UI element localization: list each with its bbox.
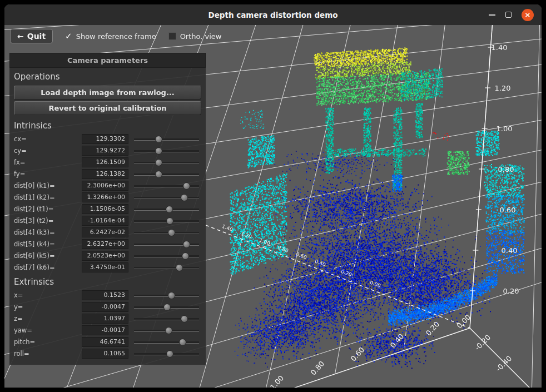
param-slider[interactable]: [134, 205, 201, 213]
param-value-field[interactable]: -0.0017: [82, 325, 128, 335]
param-value-field[interactable]: 2.0523e+00: [82, 251, 128, 261]
param-row: cy=129.9272: [9, 145, 206, 156]
slider-track[interactable]: [134, 162, 199, 164]
maximize-icon[interactable]: [505, 12, 512, 18]
param-label: dist[7] (k6)=: [14, 264, 82, 271]
slider-track[interactable]: [134, 197, 199, 199]
param-value-field[interactable]: 129.9272: [82, 146, 128, 156]
param-value-field[interactable]: 3.4750e-01: [82, 262, 128, 272]
param-row: dist[0] (k1)=2.3006e+00: [9, 180, 206, 191]
slider-knob[interactable]: [165, 327, 172, 334]
load-depth-image-button[interactable]: Load depth image from rawlog...: [14, 86, 201, 100]
param-value-field[interactable]: 46.6741: [82, 337, 128, 347]
slider-knob[interactable]: [176, 264, 183, 271]
param-label: dist[3] (t2)=: [14, 217, 82, 225]
checkbox-show-reference-frame[interactable]: ✓ Show reference frame: [65, 32, 156, 41]
param-value-field[interactable]: 2.6327e+00: [82, 239, 128, 249]
titlebar: Depth camera distortion demo ×: [4, 4, 542, 26]
param-slider[interactable]: [134, 217, 201, 225]
param-slider[interactable]: [134, 240, 201, 248]
param-row: dist[5] (k4)=2.6327e+00: [9, 238, 206, 250]
slider-knob[interactable]: [168, 292, 175, 299]
back-arrow-icon: ←: [17, 32, 24, 41]
param-slider[interactable]: [134, 170, 201, 178]
slider-knob[interactable]: [155, 147, 162, 155]
checkbox-label: Ortho. view: [180, 32, 222, 41]
param-row: dist[6] (k5)=2.0523e+00: [9, 250, 206, 261]
param-slider[interactable]: [134, 338, 201, 346]
slider-knob[interactable]: [155, 159, 162, 166]
param-value-field[interactable]: 126.1382: [82, 169, 128, 179]
revert-calibration-button[interactable]: Revert to original calibration: [14, 101, 201, 115]
param-slider[interactable]: [134, 182, 201, 190]
param-label: dist[2] (t1)=: [14, 205, 82, 213]
3d-viewport[interactable]: 1.401.201.000.800.600.400.200.00-0.20-0.…: [4, 25, 542, 388]
param-label: dist[5] (k4)=: [14, 240, 82, 248]
slider-track[interactable]: [134, 138, 199, 141]
param-value-field[interactable]: 1.0397: [82, 314, 128, 324]
slider-track[interactable]: [134, 150, 199, 152]
slider-knob[interactable]: [168, 229, 175, 236]
quit-button[interactable]: ← Quit: [10, 29, 53, 43]
param-row: cx=129.3302: [9, 133, 206, 145]
slider-track[interactable]: [134, 267, 199, 269]
param-slider[interactable]: [134, 158, 201, 166]
param-slider[interactable]: [134, 315, 201, 322]
param-slider[interactable]: [134, 229, 201, 236]
slider-knob[interactable]: [179, 339, 186, 346]
param-row: roll=0.1065: [9, 348, 206, 359]
slider-knob[interactable]: [183, 241, 190, 248]
param-slider[interactable]: [134, 147, 201, 155]
slider-knob[interactable]: [166, 350, 173, 358]
param-label: pitch=: [14, 338, 82, 346]
slider-knob[interactable]: [183, 182, 190, 190]
param-value-field[interactable]: 1.1506e-05: [82, 204, 128, 214]
close-icon[interactable]: ×: [522, 9, 534, 21]
param-value-field[interactable]: 6.2427e-02: [82, 227, 128, 237]
panel-header[interactable]: Camera parameters: [9, 53, 206, 68]
param-slider[interactable]: [134, 303, 201, 311]
param-label: y=: [14, 303, 82, 311]
param-label: yaw=: [14, 326, 82, 334]
param-value-field[interactable]: 0.1065: [82, 349, 128, 359]
slider-track[interactable]: [134, 232, 199, 234]
minimize-icon[interactable]: [489, 14, 495, 16]
param-row: x=0.1523: [9, 289, 206, 301]
checkbox-ortho-view[interactable]: Ortho. view: [168, 32, 222, 41]
param-value-field[interactable]: 129.3302: [82, 134, 128, 144]
slider-track[interactable]: [134, 341, 199, 344]
slider-track[interactable]: [134, 173, 199, 176]
param-slider[interactable]: [134, 291, 201, 299]
window-controls: ×: [489, 4, 534, 25]
checkmark-icon: ✓: [65, 33, 72, 40]
extrinsics-heading: Extrinsics: [9, 273, 206, 289]
param-slider[interactable]: [134, 135, 201, 143]
slider-track[interactable]: [134, 255, 199, 257]
param-slider[interactable]: [134, 350, 201, 358]
slider-knob[interactable]: [182, 252, 189, 260]
param-value-field[interactable]: -0.0047: [82, 302, 128, 312]
param-slider[interactable]: [134, 326, 201, 334]
slider-knob[interactable]: [155, 171, 162, 178]
window-title: Depth camera distortion demo: [208, 11, 337, 19]
slider-knob[interactable]: [181, 194, 188, 201]
param-value-field[interactable]: 126.1509: [82, 157, 128, 167]
slider-knob[interactable]: [181, 315, 188, 322]
param-slider[interactable]: [134, 264, 201, 271]
intrinsics-rows: cx=129.3302cy=129.9272fx=126.1509fy=126.…: [9, 133, 206, 273]
slider-track[interactable]: [134, 318, 199, 320]
param-value-field[interactable]: 2.3006e+00: [82, 181, 128, 191]
param-row: yaw=-0.0017: [9, 324, 206, 336]
extrinsics-rows: x=0.1523y=-0.0047z=1.0397yaw=-0.0017pitc…: [9, 289, 206, 359]
slider-track[interactable]: [134, 295, 199, 297]
param-value-field[interactable]: 1.3266e+00: [82, 192, 128, 202]
slider-knob[interactable]: [155, 136, 162, 143]
app-window: Depth camera distortion demo × 1.401.201…: [4, 4, 542, 388]
param-value-field[interactable]: 0.1523: [82, 290, 128, 300]
param-slider[interactable]: [134, 193, 201, 201]
param-slider[interactable]: [134, 252, 201, 260]
slider-knob[interactable]: [166, 206, 173, 213]
slider-knob[interactable]: [163, 304, 171, 311]
param-value-field[interactable]: -1.0164e-04: [82, 216, 128, 226]
slider-knob[interactable]: [166, 217, 173, 225]
